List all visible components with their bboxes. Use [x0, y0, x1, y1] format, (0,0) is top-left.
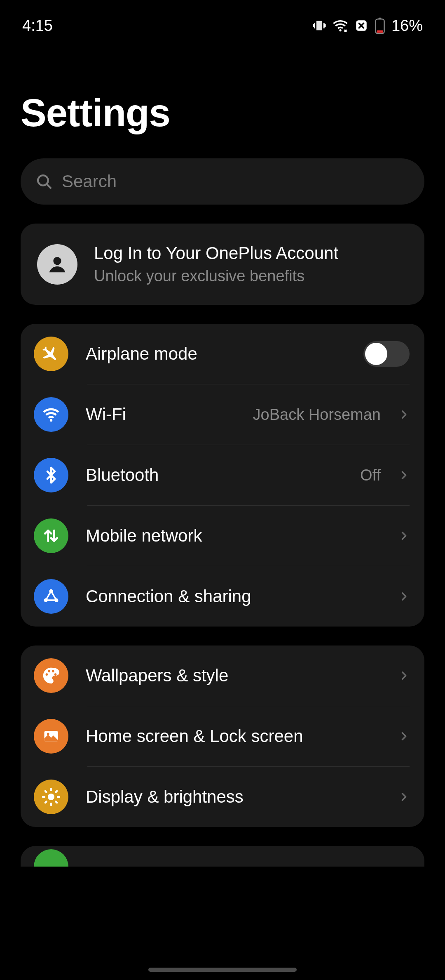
- account-title: Log In to Your OnePlus Account: [94, 243, 338, 263]
- settings-group-connectivity: Airplane mode Wi-Fi JoBack Horseman Blue…: [21, 324, 424, 627]
- vibrate-icon: [312, 19, 326, 33]
- next-card-partial: [21, 846, 424, 867]
- row-display[interactable]: Display & brightness: [21, 767, 424, 827]
- wifi-row-icon: [34, 397, 68, 432]
- svg-point-7: [50, 419, 52, 422]
- row-wallpapers-label: Wallpapers & style: [86, 666, 381, 686]
- chevron-right-icon: [398, 591, 410, 602]
- svg-point-0: [339, 29, 341, 31]
- svg-point-12: [47, 733, 49, 735]
- svg-point-6: [53, 257, 61, 264]
- row-bluetooth[interactable]: Bluetooth Off: [21, 445, 424, 505]
- connection-sharing-icon: [34, 579, 68, 614]
- chevron-right-icon: [398, 670, 410, 681]
- row-airplane[interactable]: Airplane mode: [21, 324, 424, 384]
- chevron-right-icon: [398, 730, 410, 742]
- image-icon: [34, 719, 68, 754]
- airplane-toggle[interactable]: [363, 341, 410, 367]
- account-login-card[interactable]: Log In to Your OnePlus Account Unlock yo…: [21, 224, 424, 305]
- row-display-label: Display & brightness: [86, 787, 381, 807]
- row-bluetooth-value: Off: [360, 466, 381, 484]
- search-placeholder: Search: [62, 172, 117, 191]
- row-homescreen[interactable]: Home screen & Lock screen: [21, 706, 424, 766]
- status-time: 4:15: [22, 17, 53, 35]
- chevron-right-icon: [398, 530, 410, 542]
- chevron-right-icon: [398, 409, 410, 420]
- search-icon: [35, 173, 53, 190]
- brightness-icon: [34, 780, 68, 814]
- svg-rect-3: [378, 18, 381, 19]
- chevron-right-icon: [398, 791, 410, 803]
- status-icons: 16%: [312, 17, 423, 35]
- avatar: [37, 244, 77, 285]
- battery-percent: 16%: [391, 17, 423, 35]
- row-mobile-network-label: Mobile network: [86, 526, 381, 546]
- wifi-icon: [332, 17, 349, 34]
- gesture-nav-bar[interactable]: [148, 968, 297, 972]
- svg-point-13: [48, 794, 54, 800]
- airplane-icon: [34, 337, 68, 371]
- chevron-right-icon: [398, 469, 410, 481]
- row-mobile-network[interactable]: Mobile network: [21, 506, 424, 566]
- palette-icon: [34, 658, 68, 693]
- search-input[interactable]: Search: [21, 158, 424, 205]
- row-connection-sharing[interactable]: Connection & sharing: [21, 566, 424, 627]
- row-airplane-label: Airplane mode: [86, 344, 346, 364]
- row-bluetooth-label: Bluetooth: [86, 465, 343, 485]
- row-connection-sharing-label: Connection & sharing: [86, 587, 381, 606]
- bluetooth-icon: [34, 458, 68, 492]
- page-title: Settings: [0, 37, 445, 152]
- row-wifi-label: Wi-Fi: [86, 405, 236, 424]
- battery-icon: [374, 17, 386, 34]
- row-wifi[interactable]: Wi-Fi JoBack Horseman: [21, 384, 424, 445]
- status-bar: 4:15 16%: [0, 0, 445, 37]
- user-icon: [45, 252, 69, 276]
- row-wallpapers[interactable]: Wallpapers & style: [21, 645, 424, 706]
- row-homescreen-label: Home screen & Lock screen: [86, 726, 381, 746]
- no-sim-icon: [354, 19, 368, 33]
- mobile-network-icon: [34, 518, 68, 553]
- settings-group-personalization: Wallpapers & style Home screen & Lock sc…: [21, 645, 424, 827]
- svg-rect-4: [377, 30, 383, 33]
- row-wifi-value: JoBack Horseman: [253, 406, 381, 424]
- account-subtitle: Unlock your exclusive benefits: [94, 267, 338, 285]
